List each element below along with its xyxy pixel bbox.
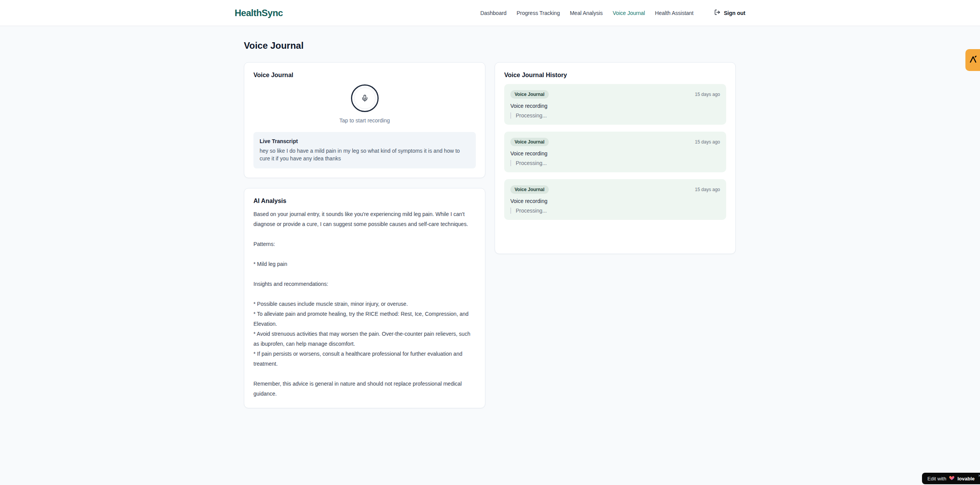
entry-type-badge: Voice Journal	[510, 185, 549, 194]
transcript-title: Live Transcript	[260, 138, 470, 144]
entry-title: Voice recording	[510, 150, 720, 157]
recorder-card-title: Voice Journal	[253, 72, 476, 79]
transcript-text: hey so like I do have a mild pain in my …	[260, 147, 470, 162]
history-entry: Voice Journal 15 days ago Voice recordin…	[504, 84, 726, 125]
nav-voice-journal[interactable]: Voice Journal	[613, 10, 645, 16]
lovable-side-badge[interactable]	[965, 49, 980, 71]
ai-analysis-card: AI Analysis Based on your journal entry,…	[244, 188, 485, 408]
tap-to-record-hint: Tap to start recording	[339, 117, 390, 124]
app-logo[interactable]: HealthSync	[235, 8, 283, 18]
entry-timestamp: 15 days ago	[695, 187, 720, 192]
microphone-icon	[354, 87, 376, 109]
nav-health-assistant[interactable]: Health Assistant	[655, 10, 694, 16]
voice-recorder-card: Voice Journal Tap to start recording Liv…	[244, 62, 485, 178]
lovable-icon	[968, 55, 978, 65]
analysis-card-title: AI Analysis	[253, 198, 476, 205]
nav-progress-tracking[interactable]: Progress Tracking	[516, 10, 560, 16]
heart-icon	[949, 475, 955, 482]
entry-title: Voice recording	[510, 103, 720, 109]
sign-out-button[interactable]: Sign out	[714, 9, 745, 16]
edit-with-lovable-badge[interactable]: Edit with lovable ×	[922, 473, 980, 484]
edit-badge-prefix: Edit with	[927, 476, 946, 482]
entry-type-badge: Voice Journal	[510, 138, 549, 146]
nav-meal-analysis[interactable]: Meal Analysis	[570, 10, 603, 16]
nav-dashboard[interactable]: Dashboard	[480, 10, 507, 16]
analysis-text: Based on your journal entry, it sounds l…	[253, 209, 476, 399]
entry-status: Processing...	[510, 112, 720, 119]
live-transcript-box: Live Transcript hey so like I do have a …	[253, 132, 476, 168]
main-nav: Dashboard Progress Tracking Meal Analysi…	[480, 9, 745, 16]
entry-title: Voice recording	[510, 198, 720, 204]
header: HealthSync Dashboard Progress Tracking M…	[0, 0, 980, 26]
sign-out-label: Sign out	[724, 10, 745, 16]
record-button[interactable]	[351, 84, 379, 112]
history-card: Voice Journal History Voice Journal 15 d…	[495, 62, 736, 254]
main-content: Voice Journal Voice Journal Tap to start…	[244, 26, 736, 408]
logout-icon	[714, 9, 720, 16]
history-entry: Voice Journal 15 days ago Voice recordin…	[504, 179, 726, 220]
edit-badge-brand: lovable	[957, 476, 975, 482]
history-entry: Voice Journal 15 days ago Voice recordin…	[504, 132, 726, 172]
history-card-title: Voice Journal History	[504, 72, 726, 79]
page-title: Voice Journal	[244, 40, 736, 51]
entry-timestamp: 15 days ago	[695, 92, 720, 97]
entry-status: Processing...	[510, 208, 720, 214]
entry-status: Processing...	[510, 160, 720, 166]
close-icon[interactable]: ×	[978, 473, 980, 478]
entry-type-badge: Voice Journal	[510, 90, 549, 99]
entry-timestamp: 15 days ago	[695, 139, 720, 145]
